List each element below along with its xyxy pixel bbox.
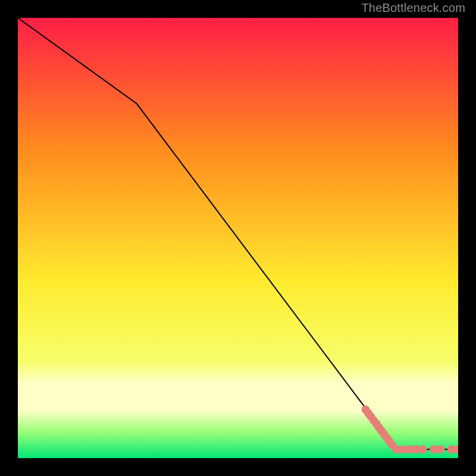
chart-container: TheBottleneck.com — [0, 0, 476, 476]
plot-area — [18, 18, 458, 458]
attribution-label: TheBottleneck.com — [361, 1, 465, 15]
data-marker — [419, 445, 427, 453]
chart-svg — [18, 18, 458, 458]
data-marker — [436, 445, 444, 453]
